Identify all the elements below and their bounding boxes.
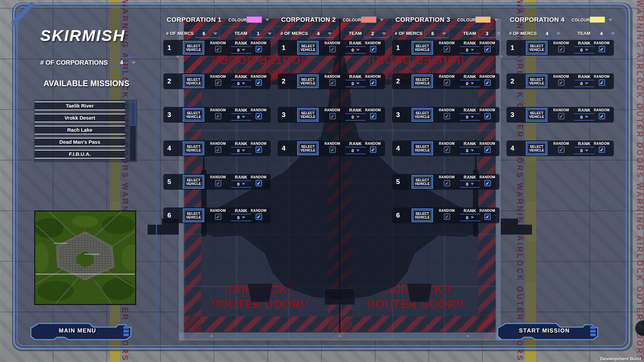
select-vehicle-button[interactable]: SELECT VEHICLE bbox=[183, 108, 204, 122]
rank-dropdown[interactable]: 0 bbox=[580, 48, 588, 52]
select-vehicle-button[interactable]: SELECT VEHICLE bbox=[183, 208, 204, 222]
random-rank-checkbox[interactable]: ✓ bbox=[256, 79, 262, 86]
mission-item[interactable]: F.I.B.U.A. bbox=[35, 150, 125, 159]
start-mission-button[interactable]: START MISSION bbox=[496, 323, 600, 340]
rank-dropdown[interactable]: 0 bbox=[466, 48, 474, 52]
random-rank-checkbox[interactable]: ✓ bbox=[484, 113, 491, 119]
select-vehicle-button[interactable]: SELECT VEHICLE bbox=[297, 141, 319, 155]
mission-item[interactable]: Taelik River bbox=[35, 102, 125, 110]
random-rank-checkbox[interactable]: ✓ bbox=[599, 146, 605, 153]
random-vehicle-checkbox[interactable]: ✓ bbox=[558, 79, 565, 86]
chevron-down-icon[interactable] bbox=[265, 19, 269, 21]
random-vehicle-checkbox[interactable]: ✓ bbox=[444, 79, 450, 86]
rank-dropdown[interactable]: 0 bbox=[352, 81, 360, 86]
random-vehicle-checkbox[interactable]: ✓ bbox=[215, 214, 221, 220]
colour-swatch[interactable] bbox=[475, 16, 491, 23]
random-vehicle-checkbox[interactable]: ✓ bbox=[444, 180, 450, 186]
select-vehicle-button[interactable]: SELECT VEHICLE bbox=[526, 141, 547, 155]
rank-dropdown[interactable]: 0 bbox=[466, 81, 474, 86]
rank-dropdown[interactable]: 0 bbox=[237, 148, 245, 153]
random-vehicle-checkbox[interactable]: ✓ bbox=[329, 146, 336, 153]
select-vehicle-button[interactable]: SELECT VEHICLE bbox=[183, 74, 204, 88]
random-rank-checkbox[interactable]: ✓ bbox=[484, 46, 491, 52]
random-vehicle-checkbox[interactable]: ✓ bbox=[215, 79, 221, 86]
rank-dropdown[interactable]: 0 bbox=[466, 115, 474, 119]
select-vehicle-button[interactable]: SELECT VEHICLE bbox=[412, 41, 433, 55]
chevron-down-icon[interactable] bbox=[380, 19, 384, 21]
num-mercs-dropdown[interactable]: 6 bbox=[196, 29, 220, 38]
num-mercs-dropdown[interactable]: 4 bbox=[539, 29, 563, 38]
random-vehicle-checkbox[interactable]: ✓ bbox=[558, 146, 565, 153]
random-rank-checkbox[interactable]: ✓ bbox=[599, 46, 605, 52]
random-rank-checkbox[interactable]: ✓ bbox=[484, 79, 491, 86]
select-vehicle-button[interactable]: SELECT VEHICLE bbox=[183, 141, 204, 155]
rank-dropdown[interactable]: 0 bbox=[237, 182, 245, 186]
rank-dropdown[interactable]: 0 bbox=[352, 48, 360, 52]
colour-swatch[interactable] bbox=[247, 16, 262, 23]
rank-dropdown[interactable]: 0 bbox=[237, 215, 245, 220]
colour-swatch[interactable] bbox=[590, 16, 605, 23]
num-mercs-dropdown[interactable]: 6 bbox=[424, 29, 448, 38]
rank-dropdown[interactable]: 0 bbox=[237, 48, 245, 52]
random-vehicle-checkbox[interactable]: ✓ bbox=[329, 79, 336, 86]
random-rank-checkbox[interactable]: ✓ bbox=[599, 113, 605, 119]
select-vehicle-button[interactable]: SELECT VEHICLE bbox=[412, 141, 433, 155]
rank-dropdown[interactable]: 0 bbox=[352, 115, 360, 119]
num-corporations-dropdown[interactable]: 4 bbox=[111, 57, 138, 67]
random-vehicle-checkbox[interactable]: ✓ bbox=[444, 113, 450, 119]
rank-dropdown[interactable]: 0 bbox=[352, 148, 360, 153]
select-vehicle-button[interactable]: SELECT VEHICLE bbox=[526, 108, 547, 122]
mission-scrollbar-thumb[interactable] bbox=[130, 102, 136, 126]
random-rank-checkbox[interactable]: ✓ bbox=[256, 113, 262, 119]
rank-dropdown[interactable]: 0 bbox=[466, 148, 474, 153]
select-vehicle-button[interactable]: SELECT VEHICLE bbox=[526, 74, 547, 88]
mission-item[interactable]: Dead Man's Pass bbox=[35, 138, 125, 146]
random-rank-checkbox[interactable]: ✓ bbox=[256, 180, 262, 186]
select-vehicle-button[interactable]: SELECT VEHICLE bbox=[183, 175, 204, 189]
random-rank-checkbox[interactable]: ✓ bbox=[484, 146, 491, 153]
rank-dropdown[interactable]: 0 bbox=[237, 115, 245, 119]
random-vehicle-checkbox[interactable]: ✓ bbox=[558, 113, 565, 119]
num-mercs-dropdown[interactable]: 4 bbox=[310, 29, 334, 38]
rank-dropdown[interactable]: 0 bbox=[580, 81, 588, 86]
colour-swatch[interactable] bbox=[361, 16, 376, 23]
random-vehicle-checkbox[interactable]: ✓ bbox=[215, 46, 221, 52]
random-vehicle-checkbox[interactable]: ✓ bbox=[215, 113, 221, 119]
team-dropdown[interactable]: 1 bbox=[250, 29, 274, 38]
random-vehicle-checkbox[interactable]: ✓ bbox=[329, 46, 336, 52]
rank-dropdown[interactable]: 0 bbox=[466, 182, 474, 186]
random-rank-checkbox[interactable]: ✓ bbox=[256, 146, 262, 153]
random-rank-checkbox[interactable]: ✓ bbox=[484, 180, 491, 186]
team-dropdown[interactable]: 3 bbox=[479, 29, 503, 38]
mission-item[interactable]: Rach Lake bbox=[35, 126, 125, 134]
select-vehicle-button[interactable]: SELECT VEHICLE bbox=[297, 41, 319, 55]
select-vehicle-button[interactable]: SELECT VEHICLE bbox=[412, 74, 433, 88]
mission-item[interactable]: Vrokk Desert bbox=[35, 114, 125, 122]
rank-dropdown[interactable]: 0 bbox=[237, 81, 245, 86]
mission-scrollbar[interactable] bbox=[129, 101, 136, 161]
select-vehicle-button[interactable]: SELECT VEHICLE bbox=[412, 175, 433, 189]
random-rank-checkbox[interactable]: ✓ bbox=[484, 214, 491, 220]
team-dropdown[interactable]: 4 bbox=[593, 29, 617, 38]
rank-dropdown[interactable]: 0 bbox=[580, 148, 588, 153]
random-rank-checkbox[interactable]: ✓ bbox=[370, 146, 376, 153]
random-vehicle-checkbox[interactable]: ✓ bbox=[444, 46, 450, 52]
rank-dropdown[interactable]: 0 bbox=[580, 115, 588, 119]
random-vehicle-checkbox[interactable]: ✓ bbox=[444, 146, 450, 153]
team-dropdown[interactable]: 2 bbox=[364, 29, 388, 38]
select-vehicle-button[interactable]: SELECT VEHICLE bbox=[412, 208, 433, 222]
random-rank-checkbox[interactable]: ✓ bbox=[256, 46, 262, 52]
random-rank-checkbox[interactable]: ✓ bbox=[256, 214, 262, 220]
main-menu-button[interactable]: MAIN MENU bbox=[29, 323, 133, 340]
chevron-down-icon[interactable] bbox=[608, 19, 612, 21]
select-vehicle-button[interactable]: SELECT VEHICLE bbox=[183, 41, 204, 55]
random-rank-checkbox[interactable]: ✓ bbox=[370, 79, 376, 86]
random-vehicle-checkbox[interactable]: ✓ bbox=[444, 214, 450, 220]
random-rank-checkbox[interactable]: ✓ bbox=[370, 113, 376, 119]
random-vehicle-checkbox[interactable]: ✓ bbox=[329, 113, 336, 119]
random-rank-checkbox[interactable]: ✓ bbox=[370, 46, 376, 52]
random-vehicle-checkbox[interactable]: ✓ bbox=[215, 180, 221, 186]
select-vehicle-button[interactable]: SELECT VEHICLE bbox=[297, 74, 319, 88]
select-vehicle-button[interactable]: SELECT VEHICLE bbox=[412, 108, 433, 122]
rank-dropdown[interactable]: 0 bbox=[466, 215, 474, 220]
